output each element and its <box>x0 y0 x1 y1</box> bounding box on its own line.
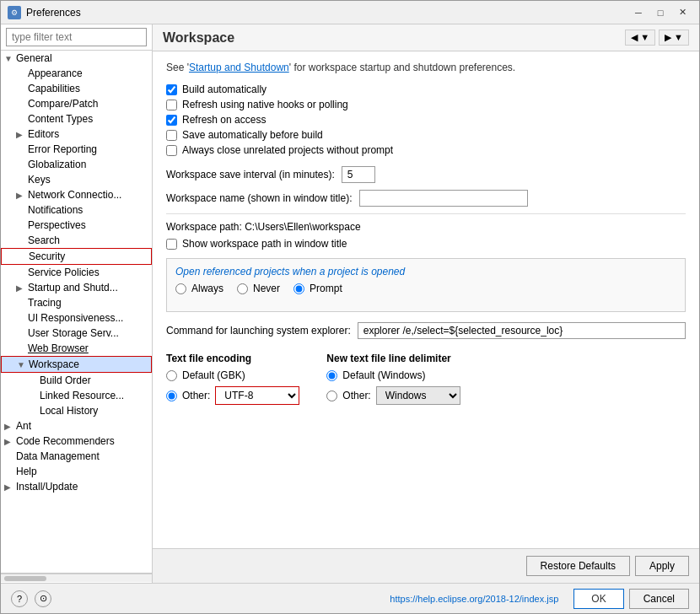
sidebar-item-help[interactable]: Help <box>1 464 152 479</box>
refresh-native-checkbox[interactable] <box>166 100 177 110</box>
sidebar-item-startup-shutdown[interactable]: ▶ Startup and Shutd... <box>1 280 152 295</box>
build-auto-checkbox[interactable] <box>166 84 177 95</box>
other-encoding-radio[interactable] <box>166 390 177 401</box>
sidebar-item-appearance[interactable]: Appearance <box>1 66 152 81</box>
close-unrelated-label[interactable]: Always close unrelated projects without … <box>182 144 393 156</box>
ok-button[interactable]: OK <box>573 589 623 609</box>
panel-title: Workspace <box>163 30 234 46</box>
right-panel: Workspace ◀ ▼ ▶ ▼ See 'Startup and Shutd… <box>153 24 699 583</box>
always-label[interactable]: Always <box>191 283 223 294</box>
prompt-radio[interactable] <box>293 283 304 294</box>
settings-icon[interactable]: ⊙ <box>35 590 51 607</box>
nav-back-button[interactable]: ◀ ▼ <box>625 30 655 46</box>
sidebar-item-label: Notifications <box>28 204 83 216</box>
other-encoding-label[interactable]: Other: <box>182 390 210 401</box>
sidebar-item-web-browser[interactable]: Web Browser <box>1 341 152 356</box>
sidebar-item-perspectives[interactable]: Perspectives <box>1 218 152 233</box>
refresh-access-label[interactable]: Refresh on access <box>182 114 266 126</box>
sidebar: ▼ General Appearance Capabilities Compar… <box>1 24 153 583</box>
restore-defaults-button[interactable]: Restore Defaults <box>526 556 630 576</box>
default-gbk-radio[interactable] <box>166 370 177 381</box>
preferences-window: ⚙ Preferences ─ □ ✕ ▼ General Appe <box>0 0 700 614</box>
footer: ? ⊙ https://help.eclipse.org/2018-12/ind… <box>1 583 699 613</box>
sidebar-item-label: Help <box>16 466 37 477</box>
never-radio[interactable] <box>237 283 248 294</box>
sidebar-item-label: Linked Resource... <box>40 390 124 401</box>
sidebar-item-code-recommenders[interactable]: ▶ Code Recommenders <box>1 434 152 449</box>
open-projects-section: Open referenced projects when a project … <box>166 258 686 312</box>
sidebar-item-content-types[interactable]: Content Types <box>1 111 152 127</box>
close-button[interactable]: ✕ <box>672 4 692 21</box>
open-projects-radios: Always Never Prompt <box>175 283 676 294</box>
title-bar: ⚙ Preferences ─ □ ✕ <box>1 1 699 24</box>
sidebar-item-linked-resources[interactable]: Linked Resource... <box>1 388 152 403</box>
sidebar-item-data-management[interactable]: Data Management <box>1 449 152 464</box>
command-input[interactable] <box>358 322 686 339</box>
build-auto-label[interactable]: Build automatically <box>182 83 267 95</box>
default-windows-label[interactable]: Default (Windows) <box>342 369 425 381</box>
sidebar-item-search[interactable]: Search <box>1 233 152 248</box>
encoding-section: Text file encoding Default (GBK) Other: … <box>166 353 686 405</box>
other-delimiter-radio[interactable] <box>326 390 337 401</box>
sidebar-item-label: Ant <box>16 420 31 432</box>
save-interval-input[interactable] <box>342 166 375 183</box>
default-gbk-label[interactable]: Default (GBK) <box>182 369 245 381</box>
checkbox-row-save-auto: Save automatically before build <box>166 129 686 141</box>
prompt-label[interactable]: Prompt <box>310 283 342 294</box>
sidebar-item-error-reporting[interactable]: Error Reporting <box>1 142 152 157</box>
cancel-button[interactable]: Cancel <box>629 589 689 609</box>
encoding-other-row: Other: UTF-8 UTF-16 ISO-8859-1 <box>166 386 299 405</box>
sidebar-item-build-order[interactable]: Build Order <box>1 373 152 388</box>
sidebar-item-local-history[interactable]: Local History <box>1 403 152 418</box>
sidebar-item-ant[interactable]: ▶ Ant <box>1 418 152 434</box>
encoding-dropdown[interactable]: UTF-8 UTF-16 ISO-8859-1 <box>215 386 299 405</box>
checkbox-row-build-auto: Build automatically <box>166 83 686 95</box>
show-path-label[interactable]: Show workspace path in window title <box>182 238 347 250</box>
sidebar-item-service-policies[interactable]: Service Policies <box>1 265 152 280</box>
maximize-button[interactable]: □ <box>650 4 670 21</box>
sidebar-item-label: Globalization <box>28 159 86 170</box>
sidebar-item-general[interactable]: ▼ General <box>1 51 152 66</box>
sidebar-item-tracing[interactable]: Tracing <box>1 295 152 310</box>
sidebar-item-security[interactable]: Security <box>1 248 152 265</box>
search-input[interactable] <box>6 28 147 46</box>
save-auto-label[interactable]: Save automatically before build <box>182 129 323 141</box>
sidebar-scrollbar[interactable] <box>1 573 152 583</box>
sidebar-item-notifications[interactable]: Notifications <box>1 202 152 218</box>
action-bar: Restore Defaults Apply <box>153 548 699 583</box>
refresh-native-label[interactable]: Refresh using native hooks or polling <box>182 99 348 110</box>
sidebar-item-label: Keys <box>28 174 51 186</box>
sidebar-item-keys[interactable]: Keys <box>1 172 152 187</box>
status-bar: https://help.eclipse.org/2018-12/index.j… <box>386 589 562 609</box>
sidebar-item-install-update[interactable]: ▶ Install/Update <box>1 479 152 494</box>
other-delimiter-label[interactable]: Other: <box>342 390 370 401</box>
sidebar-item-workspace[interactable]: ▼ Workspace <box>1 356 152 373</box>
workspace-name-input[interactable] <box>359 190 528 207</box>
panel-header: Workspace ◀ ▼ ▶ ▼ <box>153 24 699 51</box>
refresh-access-checkbox[interactable] <box>166 115 177 126</box>
nav-forward-button[interactable]: ▶ ▼ <box>659 30 689 46</box>
show-path-checkbox[interactable] <box>166 239 177 250</box>
help-icon[interactable]: ? <box>11 590 28 607</box>
sidebar-item-network[interactable]: ▶ Network Connectio... <box>1 187 152 202</box>
sidebar-item-ui-responsiveness[interactable]: UI Responsiveness... <box>1 310 152 326</box>
sidebar-item-label: Perspectives <box>28 219 86 231</box>
apply-button[interactable]: Apply <box>635 556 689 576</box>
sidebar-item-label: Compare/Patch <box>28 98 98 110</box>
sidebar-item-capabilities[interactable]: Capabilities <box>1 81 152 96</box>
default-windows-radio[interactable] <box>326 370 337 381</box>
sidebar-item-editors[interactable]: ▶ Editors <box>1 127 152 142</box>
radio-always: Always <box>175 283 223 294</box>
sidebar-item-globalization[interactable]: Globalization <box>1 157 152 172</box>
save-auto-checkbox[interactable] <box>166 130 177 141</box>
sidebar-item-user-storage[interactable]: User Storage Serv... <box>1 326 152 341</box>
never-label[interactable]: Never <box>253 283 280 294</box>
sidebar-item-compare-patch[interactable]: Compare/Patch <box>1 96 152 111</box>
close-unrelated-checkbox[interactable] <box>166 145 177 156</box>
startup-shutdown-link[interactable]: Startup and Shutdown <box>189 62 289 73</box>
minimize-button[interactable]: ─ <box>628 4 649 21</box>
sidebar-item-label: Build Order <box>40 374 91 386</box>
delimiter-dropdown[interactable]: Windows Unix Mac <box>376 386 460 405</box>
radio-never: Never <box>237 283 280 294</box>
always-radio[interactable] <box>175 283 186 294</box>
